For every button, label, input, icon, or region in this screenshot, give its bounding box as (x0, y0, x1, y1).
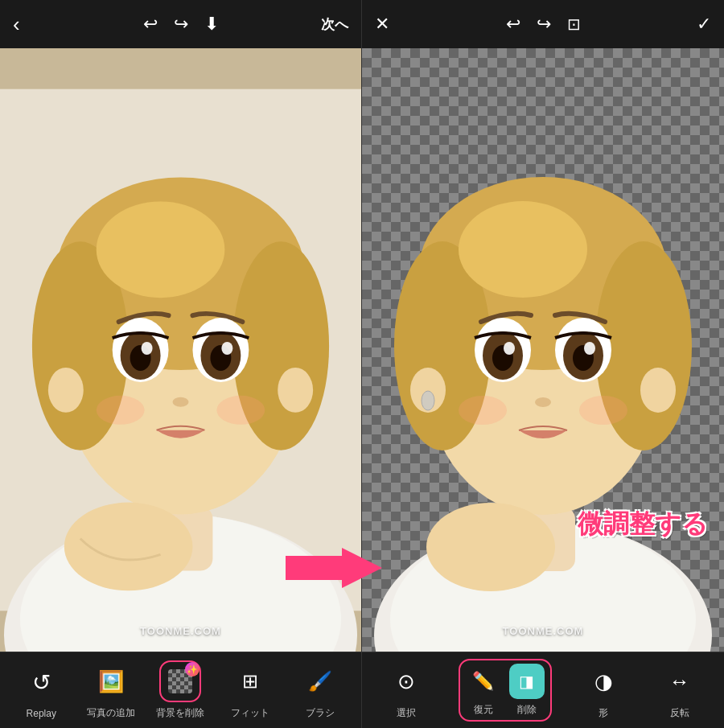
add-photo-label: 写真の追加 (87, 706, 135, 720)
right-bottom-toolbar: ⊙ 選択 ✏️ 復元 ◨ 削除 ◑ (362, 652, 724, 728)
right-redo-button[interactable]: ↪ (537, 14, 551, 35)
delete-tool[interactable]: ◨ 削除 (507, 664, 547, 717)
brush-label: ブラシ (306, 706, 335, 720)
compare-button[interactable]: ⊡ (567, 14, 581, 34)
fit-icon: ⊞ (242, 670, 258, 693)
delete-label: 削除 (517, 703, 537, 717)
left-watermark: TOONME.COM (140, 625, 221, 637)
brush-icon: 🖌️ (308, 670, 332, 693)
remove-bg-tool[interactable]: ✨ 背景を削除 (156, 660, 204, 720)
shape-label: 形 (599, 706, 608, 720)
svg-point-44 (459, 396, 507, 425)
select-icon: ⊙ (397, 669, 415, 694)
svg-point-34 (422, 391, 434, 410)
svg-point-8 (97, 201, 225, 298)
svg-point-17 (142, 342, 153, 355)
svg-point-41 (504, 342, 515, 355)
svg-point-33 (640, 368, 676, 413)
remove-bg-label: 背景を削除 (156, 706, 204, 720)
left-toolbar: ‹ ↩ ↪ ⬇ 次へ (0, 0, 361, 48)
right-image-area: TOONME.COM 微調整する (362, 48, 724, 652)
left-panel: ‹ ↩ ↪ ⬇ 次へ (0, 0, 362, 728)
left-cartoon-image (0, 48, 361, 652)
restore-label: 復元 (474, 703, 493, 717)
fit-tool[interactable]: ⊞ フィット (226, 660, 274, 720)
left-bottom-toolbar: ↺ Replay 🖼️ 写真の追加 ✨ 背景を削除 ⊞ (0, 652, 361, 728)
restore-icon: ✏️ (472, 671, 494, 692)
svg-point-21 (216, 396, 265, 425)
replay-label: Replay (27, 708, 56, 719)
svg-point-20 (97, 396, 145, 425)
back-button[interactable]: ‹ (13, 12, 20, 37)
highlighted-tools-group: ✏️ 復元 ◨ 削除 (459, 659, 552, 722)
svg-point-42 (584, 342, 595, 355)
right-cartoon-image (362, 48, 724, 652)
delete-icon: ◨ (509, 664, 545, 699)
brush-tool[interactable]: 🖌️ ブラシ (296, 660, 344, 720)
svg-point-45 (579, 396, 627, 425)
svg-point-31 (459, 201, 587, 298)
fit-label: フィット (231, 706, 269, 720)
left-image-area: TOONME.COM (0, 48, 361, 652)
redo-button[interactable]: ↪ (174, 14, 188, 35)
close-button[interactable]: ✕ (375, 14, 389, 35)
svg-point-10 (278, 368, 313, 413)
svg-point-18 (221, 342, 232, 355)
right-undo-button[interactable]: ↩ (506, 14, 520, 35)
check-button[interactable]: ✓ (697, 14, 711, 35)
svg-point-9 (48, 368, 84, 413)
right-panel: ✕ ↩ ↪ ⊡ ✓ (362, 0, 724, 728)
restore-tool[interactable]: ✏️ 復元 (463, 664, 504, 717)
flip-icon: ↔ (669, 669, 690, 694)
remove-bg-icon: ✨ (161, 662, 200, 701)
svg-point-22 (64, 503, 193, 591)
replay-icon: ↺ (32, 669, 51, 696)
right-toolbar: ✕ ↩ ↪ ⊡ ✓ (362, 0, 724, 48)
shape-icon: ◑ (594, 669, 613, 694)
add-photo-tool[interactable]: 🖼️ 写真の追加 (87, 660, 135, 720)
download-button[interactable]: ⬇ (204, 14, 219, 35)
flip-label: 反転 (670, 706, 689, 720)
add-photo-icon: 🖼️ (98, 669, 124, 694)
shape-tool[interactable]: ◑ 形 (579, 660, 627, 720)
svg-point-46 (426, 503, 555, 591)
undo-button[interactable]: ↩ (143, 14, 158, 35)
replay-tool[interactable]: ↺ Replay (17, 662, 65, 719)
flip-tool[interactable]: ↔ 反転 (656, 660, 704, 720)
svg-point-19 (173, 397, 189, 407)
right-watermark: TOONME.COM (503, 625, 584, 637)
select-label: 選択 (397, 706, 416, 720)
next-button[interactable]: 次へ (321, 15, 348, 34)
select-tool[interactable]: ⊙ 選択 (382, 660, 430, 720)
svg-point-43 (535, 397, 551, 407)
